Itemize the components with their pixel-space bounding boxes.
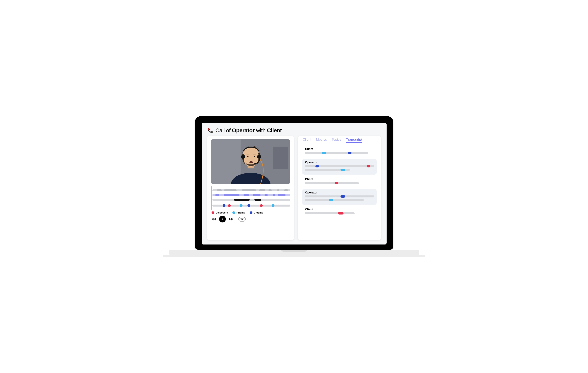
topic-highlight[interactable] <box>341 169 346 171</box>
transcript-utterance[interactable]: Client <box>302 176 377 188</box>
svg-point-10 <box>241 155 245 159</box>
svg-rect-2 <box>273 147 288 169</box>
topic-marker[interactable] <box>228 204 231 207</box>
laptop-bezel: Call of Operator with Client <box>195 116 393 250</box>
topic-highlight[interactable] <box>329 199 333 201</box>
utterance-line <box>304 182 374 184</box>
utterance-line <box>304 169 374 171</box>
timeline-segment[interactable] <box>259 189 265 191</box>
timeline-segment[interactable] <box>254 199 261 201</box>
page-title: Call of Operator with Client <box>207 127 381 134</box>
call-player-card: Discovery Pricing Closing <box>207 136 294 240</box>
utterance-speaker: Client <box>305 208 374 211</box>
svg-point-5 <box>247 156 248 157</box>
topic-highlight[interactable] <box>315 165 319 167</box>
legend-closing: Closing <box>250 211 263 214</box>
utterance-speaker: Client <box>305 177 374 181</box>
svg-point-9 <box>249 161 253 163</box>
tab-topics[interactable]: Topics <box>332 138 341 143</box>
timeline-track[interactable] <box>212 189 291 192</box>
svg-point-11 <box>257 155 261 159</box>
svg-rect-8 <box>253 155 256 155</box>
timeline-segment[interactable] <box>243 194 249 196</box>
utterance-speaker: Operator <box>305 191 374 194</box>
timeline-segment[interactable] <box>253 194 261 196</box>
transcript-utterance[interactable]: Client <box>302 206 377 218</box>
timeline-segment[interactable] <box>269 189 272 191</box>
timeline-track[interactable] <box>212 204 291 207</box>
phone-icon <box>207 128 213 133</box>
utterance-line <box>304 212 374 215</box>
transcript-utterance[interactable]: Operator <box>302 159 377 175</box>
topic-marker[interactable] <box>223 204 225 207</box>
play-button[interactable] <box>219 216 226 222</box>
detail-tabs: ClientMetricsTopicsTranscript <box>301 138 377 144</box>
transcript-utterance[interactable]: Operator <box>302 189 377 205</box>
timeline-segment[interactable] <box>277 189 279 191</box>
playback-speed-button[interactable]: 1x <box>239 217 246 221</box>
topic-highlight[interactable] <box>367 165 370 167</box>
tab-metrics[interactable]: Metrics <box>316 138 327 143</box>
topic-highlight[interactable] <box>338 212 344 215</box>
legend-discovery: Discovery <box>211 211 228 214</box>
topic-highlight[interactable] <box>348 152 352 154</box>
transcript-list[interactable]: ClientOperatorClientOperatorClient <box>301 144 377 237</box>
svg-point-6 <box>254 156 255 157</box>
dot-icon <box>250 211 252 214</box>
page-title-text: Call of Operator with Client <box>216 127 282 134</box>
topic-highlight[interactable] <box>341 195 346 198</box>
utterance-line <box>304 195 374 198</box>
topic-highlight[interactable] <box>322 152 326 154</box>
topic-legend: Discovery Pricing Closing <box>211 211 291 214</box>
timeline-segment[interactable] <box>278 194 285 196</box>
laptop-frame: Call of Operator with Client <box>195 116 393 257</box>
topic-marker[interactable] <box>260 204 263 207</box>
transcript-utterance[interactable]: Client <box>302 146 377 158</box>
timeline-segment[interactable] <box>224 189 237 191</box>
svg-rect-7 <box>246 155 249 155</box>
dot-icon <box>211 211 214 214</box>
timeline-segment[interactable] <box>234 199 250 201</box>
dot-icon <box>232 211 235 214</box>
tab-client[interactable]: Client <box>303 138 311 143</box>
laptop-foot <box>163 255 425 257</box>
topic-marker[interactable] <box>240 204 242 207</box>
playhead[interactable] <box>211 186 212 210</box>
timeline-track[interactable] <box>212 198 291 201</box>
call-timeline[interactable] <box>211 187 291 209</box>
app-screen: Call of Operator with Client <box>202 123 387 244</box>
topic-marker[interactable] <box>272 204 274 207</box>
timeline-segment[interactable] <box>217 189 222 191</box>
utterance-line <box>304 152 374 154</box>
timeline-segment[interactable] <box>284 189 288 191</box>
timeline-segment[interactable] <box>215 194 219 196</box>
utterance-speaker: Operator <box>305 161 374 164</box>
tab-transcript[interactable]: Transcript <box>346 138 362 143</box>
topic-highlight[interactable] <box>335 182 338 184</box>
timeline-segment[interactable] <box>224 194 240 196</box>
legend-pricing: Pricing <box>232 211 245 214</box>
details-card: ClientMetricsTopicsTranscript ClientOper… <box>298 136 381 240</box>
timeline-segment[interactable] <box>273 194 275 196</box>
video-thumbnail[interactable] <box>211 139 291 184</box>
forward-button[interactable] <box>229 217 234 222</box>
timeline-segment[interactable] <box>242 189 256 191</box>
playback-controls: 1x <box>211 216 291 222</box>
laptop-base <box>169 250 419 255</box>
timeline-segment[interactable] <box>264 194 268 196</box>
utterance-speaker: Client <box>305 147 374 151</box>
timeline-track[interactable] <box>212 194 291 197</box>
topic-marker[interactable] <box>247 204 250 207</box>
utterance-line <box>304 199 374 201</box>
utterance-line <box>304 165 374 167</box>
rewind-button[interactable] <box>211 217 216 222</box>
